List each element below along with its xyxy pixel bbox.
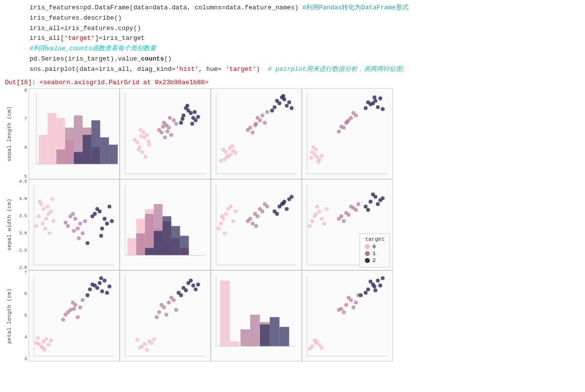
svg-point-130 [34,224,38,228]
svg-rect-300 [270,317,280,346]
svg-point-316 [347,295,351,299]
y-axis-2: 76543 [14,270,29,361]
svg-point-263 [107,284,111,288]
svg-point-32 [172,118,176,122]
svg-point-86 [270,108,274,112]
svg-point-310 [315,339,319,343]
svg-point-323 [378,283,382,287]
svg-point-201 [290,195,293,198]
svg-point-177 [224,212,228,216]
svg-point-79 [273,105,277,109]
svg-point-261 [99,276,103,280]
svg-point-146 [105,222,109,226]
svg-point-271 [152,337,156,341]
svg-point-286 [191,283,195,287]
code-line-3: iris_all=iris_features.copy() [30,24,580,34]
svg-point-63 [219,159,223,163]
svg-point-246 [78,305,82,309]
svg-rect-12 [92,120,100,164]
svg-point-211 [308,224,312,228]
svg-point-289 [179,293,183,297]
pairplot-row-2: petal length (cm) 76543 [5,270,585,361]
svg-point-225 [364,204,368,208]
svg-point-133 [78,222,82,226]
svg-point-152 [86,241,90,245]
svg-point-207 [310,219,314,223]
svg-point-74 [246,128,250,132]
legend-item-2: 2 [365,258,385,263]
svg-point-25 [137,147,141,151]
svg-point-188 [251,222,255,226]
svg-point-315 [342,310,346,314]
svg-point-291 [196,282,200,286]
scatter-0-2 [211,89,301,179]
svg-point-269 [150,341,154,345]
svg-rect-156 [128,238,136,255]
legend-label-2: 2 [372,258,376,263]
svg-point-49 [196,115,200,119]
legend: target 0 1 2 [359,233,390,267]
svg-point-53 [193,110,196,114]
svg-point-314 [354,300,358,304]
code-line-1: iris_features=pd.DataFrame(data=data.dat… [30,3,580,13]
svg-point-329 [359,293,363,297]
cell-0-1 [120,88,211,179]
svg-point-258 [100,289,104,293]
svg-point-128 [48,231,52,235]
svg-point-199 [285,207,289,211]
svg-point-250 [61,318,65,322]
svg-point-212 [314,212,318,216]
svg-point-178 [229,204,233,208]
svg-point-257 [96,286,99,290]
svg-point-176 [219,222,223,226]
output-label: Out[16]: <seaborn.axisgrid.PairGrid at 0… [5,79,208,86]
svg-point-103 [342,126,346,130]
svg-point-251 [81,298,85,302]
svg-point-208 [320,217,324,221]
svg-point-39 [168,116,172,120]
code-section: iris_features=pd.DataFrame(data=data.dat… [0,0,585,78]
svg-rect-168 [154,230,162,255]
svg-point-136 [71,212,75,216]
svg-rect-1 [48,113,57,164]
y-label-2: petal length (cm) [5,270,14,361]
legend-dot-2 [365,258,370,263]
svg-point-326 [364,291,368,294]
y-label-0: sepal length (cm) [5,88,14,179]
cell-2-3 [302,270,393,361]
svg-point-42 [182,113,186,117]
svg-point-60 [223,157,227,161]
svg-point-200 [275,212,279,216]
svg-point-252 [72,307,76,311]
svg-point-238 [47,343,51,347]
legend-item-0: 0 [365,244,385,250]
svg-point-80 [287,100,291,104]
y-axis-0: 8765 [14,88,29,179]
svg-point-306 [308,347,312,351]
pairplot-row-1: sepal width (cm) 4.54.03.53.02.52.0 [5,179,585,270]
svg-point-218 [342,219,346,223]
svg-point-311 [344,303,348,307]
hist-2-2 [211,271,301,361]
svg-point-192 [265,204,269,208]
svg-point-113 [366,100,370,104]
pairplot-row-0: sepal length (cm) 8765 [5,88,585,179]
svg-point-280 [169,295,173,299]
svg-rect-169 [162,216,171,255]
svg-point-47 [194,118,197,122]
svg-point-281 [155,315,159,319]
svg-point-118 [42,207,46,211]
svg-point-139 [83,219,87,223]
svg-point-85 [281,94,285,98]
svg-point-37 [174,122,178,126]
svg-point-327 [381,276,385,280]
cell-0-0 [29,88,120,179]
svg-point-52 [181,117,185,121]
svg-point-147 [96,207,99,211]
svg-point-180 [231,219,235,223]
svg-point-41 [165,130,169,133]
code-line-6: pd.Series(iris_target).value_counts() [30,54,580,65]
svg-point-193 [254,224,258,228]
scatter-0-3 [302,89,392,179]
svg-point-97 [309,156,313,160]
